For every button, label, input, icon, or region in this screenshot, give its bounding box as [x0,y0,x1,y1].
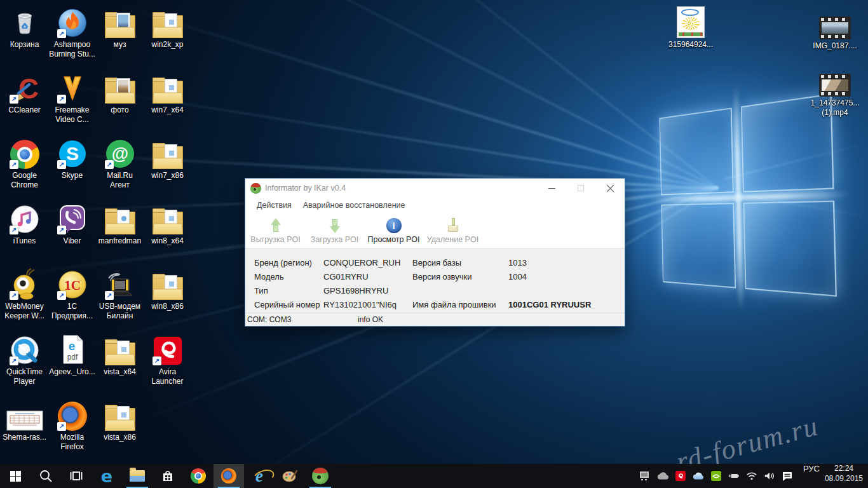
desktop-icon-ageev-pdf[interactable]: e pdf Ageev._Uro... [49,332,95,377]
menu-avariynoe-vosstanovlenie[interactable]: Аварийное восстановление [297,199,411,212]
field-label: Версия озвучки [412,271,508,282]
desktop-icon-shema[interactable]: Shema-ras... [1,398,48,442]
desktop-icon-folder-vista-x64[interactable]: vista_x64 [97,332,143,377]
window-titlebar[interactable]: Informator by IKar v0.4 [245,179,625,198]
folder-icon [144,5,191,38]
desktop-icon-label: Mozilla Firefox [49,433,95,451]
minimize-button[interactable] [537,179,566,198]
taskbar-firefox-button[interactable] [214,464,244,488]
desktop-icon-google-chrome[interactable]: Google Chrome [1,136,48,189]
desktop-icon-folder-win2k-xp[interactable]: win2k_xp [144,5,191,50]
field-label: Имя файла прошивки [412,299,508,310]
svg-text:1С: 1С [64,278,81,293]
avira-tray-icon[interactable] [675,470,686,482]
skype-icon: S [49,136,95,169]
taskbar: e e [0,464,868,488]
taskbar-informator-button[interactable] [305,464,336,488]
desktop-icon-skype[interactable]: S Skype [49,136,95,180]
desktop-icon-itunes[interactable]: iTunes [1,201,48,246]
shortcut-arrow-icon [57,226,66,234]
desktop-icon-folder-win7-x86[interactable]: win7_x86 [144,136,191,180]
menu-bar: Действия Аварийное восстановление [245,198,625,213]
watermark-text: rd-forum.ru [673,409,822,464]
1c-icon: 1С [49,267,95,300]
app-icon [250,183,261,194]
close-button[interactable] [595,179,625,198]
folder-photos-icon [97,71,143,104]
start-button[interactable] [0,464,31,488]
windows-start-icon [10,471,21,482]
taskbar-edge-button[interactable]: e [92,464,122,488]
remote-desktop-icon[interactable] [639,470,651,482]
desktop-icon-label: QuickTime Player [1,367,48,386]
desktop-icon-folder-win7-x64[interactable]: win7_x64 [144,71,191,115]
desktop-icon-label: win7_x64 [144,105,191,115]
informator-app-icon [312,468,329,484]
nvidia-icon[interactable] [710,470,722,482]
battery-plug-icon[interactable] [728,470,740,482]
desktop-icon-label: Google Chrome [1,171,48,189]
desktop-icon-firefox[interactable]: Mozilla Firefox [49,398,95,451]
desktop-icon-1c[interactable]: 1С 1С Предприя... [49,267,95,320]
shortcut-arrow-icon [57,422,66,431]
taskbar-store-button[interactable] [153,464,183,488]
onedrive-cloud-icon[interactable] [657,470,668,482]
taskbar-clock[interactable]: 22:24 08.09.2015 [824,464,868,488]
field-label: Тип [254,285,323,296]
taskbar-internet-explorer-button[interactable]: e [244,464,275,488]
desktop-icon-image-315964924[interactable]: 315964924... [665,5,716,50]
desktop-icon-folder-muz[interactable]: муз [97,5,143,50]
desktop-icon-usb-modem[interactable]: USB-модем Билайн [97,267,143,320]
taskbar-chrome-button[interactable] [183,464,214,488]
desktop-icon-ccleaner[interactable]: C CCleaner [1,71,48,115]
language-indicator[interactable]: РУС [799,464,824,488]
desktop-icon-quicktime[interactable]: QuickTime Player [1,332,48,386]
icloud-icon[interactable] [693,470,704,482]
toolbar-button-prosmotr-poi[interactable]: i Просмотр POI [365,215,423,244]
toolbar-button-zagruzka-poi[interactable]: Загрузка POI [306,215,363,244]
taskbar-search-button[interactable] [31,464,61,488]
taskbar-paint-button[interactable] [275,464,305,488]
desktop-icon-ashampoo[interactable]: Ashampoo Burning Stu... [49,5,95,58]
shortcut-arrow-icon [10,291,18,300]
action-center-icon[interactable] [782,470,793,482]
desktop-icon-folder-manfredman[interactable]: manfredman [97,201,143,246]
desktop-icon-folder-win8-x64[interactable]: win8_x64 [144,201,191,246]
desktop-icon-webmoney[interactable]: WebMoney Keeper W... [1,267,48,320]
desktop-icon-folder-foto[interactable]: фото [97,71,143,115]
desktop-icon-avira[interactable]: Avira Launcher [144,332,191,386]
desktop-icon-label: Viber [49,236,95,246]
ccleaner-icon: C [1,71,48,104]
wifi-icon[interactable] [746,470,757,482]
arrow-down-icon [329,218,341,233]
desktop-icon-video-mp4[interactable]: 1_14737475... (1).mp4 [810,69,860,117]
desktop-icon-mailru-agent[interactable]: @ Mail.Ru Агент [97,136,143,189]
folder-icon [97,201,143,234]
avira-launcher-icon [144,332,191,365]
taskbar-file-explorer-button[interactable] [122,464,153,488]
desktop-icon-recycle-bin[interactable]: Корзина [1,5,48,50]
field-label: Модель [254,271,323,282]
toolbar-button-udalenie-poi[interactable]: Удаление POI [424,215,482,244]
toolbar-button-vygruzka-poi[interactable]: Выгрузка POI [247,215,304,244]
volume-icon[interactable] [764,470,775,482]
desktop-icon-viber[interactable]: Viber [49,201,95,246]
field-label: Бренд (регион) [254,257,323,268]
shortcut-arrow-icon [57,291,66,300]
arrow-up-icon [270,218,281,233]
maximize-button[interactable] [566,179,595,198]
field-value: CG01RYRU [323,271,412,282]
menu-deystviya[interactable]: Действия [251,199,297,212]
info-icon: i [386,218,402,233]
desktop-icon-label: Ashampoo Burning Stu... [49,40,95,58]
desktop-icon-label: iTunes [1,236,48,246]
usb-modem-icon [97,267,143,300]
webmoney-icon [1,267,48,300]
desktop-icon-video-img0187[interactable]: IMG_0187.... [810,11,860,51]
desktop-icon-folder-vista-x86[interactable]: vista_x86 [97,398,143,442]
desktop-icon-folder-win8-x86[interactable]: win8_x86 [144,267,191,311]
shortcut-arrow-icon [57,95,66,104]
task-view-button[interactable] [61,464,92,488]
shortcut-arrow-icon [153,356,161,365]
desktop-icon-freemake[interactable]: Freemake Video C... [49,71,95,124]
